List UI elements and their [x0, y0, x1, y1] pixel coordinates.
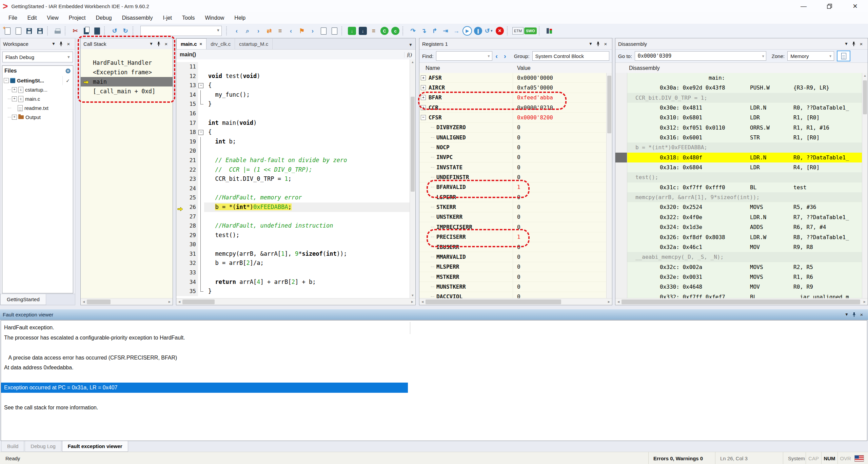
code-line-32[interactable]: 32 b = arrB[2]/a; [176, 258, 410, 268]
flash-list-icon[interactable]: ≡ [369, 26, 379, 36]
find-next-icon[interactable]: › [253, 26, 263, 36]
download-icon[interactable]: ↓ [347, 26, 357, 36]
function-list-icon[interactable]: f() [404, 52, 412, 58]
disasm-instruction[interactable]: 0x32c: 0x002aMOVSR2, R5 [627, 262, 862, 272]
group-selector[interactable]: System Control Block [532, 51, 609, 61]
disasm-instruction[interactable]: 0x31a: 0x6804LDRR4, [R0] [627, 162, 862, 172]
code-line-11[interactable]: 11 [176, 62, 410, 72]
tab-gettingstarted[interactable]: GettingStarted [0, 294, 46, 305]
disasm-source-line[interactable]: test(); [627, 172, 862, 182]
output-tab-build[interactable]: Build [1, 441, 24, 452]
menu-item-disassembly[interactable]: Disassembly [117, 12, 158, 24]
code-line-23[interactable]: 23 CCR_bit.DIV_0_TRP = 1; [176, 174, 410, 184]
dropdown-icon[interactable]: ▼ [587, 41, 594, 46]
download-debug-icon[interactable]: ↓ [358, 26, 368, 36]
disasm-instruction[interactable]: 0x32e: 0x0031MOVSR1, R6 [627, 272, 862, 282]
output-tab-debug-log[interactable]: Debug Log [25, 441, 61, 452]
disasm-instruction[interactable]: 0x330: 0x4648MOVR0, R9 [627, 282, 862, 292]
tab-cstartup_M-c[interactable]: cstartup_M.c [235, 39, 273, 49]
step-into-icon[interactable]: ↴ [419, 26, 429, 36]
registers-hscrollbar[interactable]: ◄ ► [419, 298, 612, 305]
open-file-icon[interactable] [13, 26, 23, 36]
disasm-instruction[interactable]: 0x316: 0x6001STRR1, [R0] [627, 133, 862, 142]
expand-icon[interactable]: + [12, 87, 17, 92]
stop-icon[interactable]: × [495, 26, 505, 36]
pin-icon[interactable] [850, 312, 858, 317]
tab-drv_clk-c[interactable]: drv_clk.c [206, 39, 235, 49]
column-name[interactable]: Name [419, 65, 513, 71]
code-line-34[interactable]: 34 return arrA[4] + arrB[2] + b; [176, 277, 410, 287]
fold-collapse-icon[interactable]: − [198, 83, 203, 88]
register-row-unaligned[interactable]: UNALIGNED0 [419, 133, 606, 142]
undo-icon[interactable]: ↺ [110, 26, 120, 36]
register-row-preciserr[interactable]: PRECISERR1 [419, 232, 606, 242]
scroll-left-icon[interactable]: ◄ [81, 300, 87, 304]
prev-bookmark-icon[interactable]: ‹ [286, 26, 296, 36]
code-line-17[interactable]: 17int main(void) [176, 118, 410, 128]
code-line-27[interactable]: 27 [176, 212, 410, 221]
tree-item-output[interactable]: +Output [2, 113, 73, 122]
expand-icon[interactable]: − [421, 115, 426, 120]
disasm-instruction[interactable]: 0x30a: 0xe92d 0x43f8PUSH.W{R3-R9, LR} [627, 83, 862, 93]
register-row-daccviol[interactable]: DACCVIOL0 [419, 292, 606, 298]
disasm-instruction[interactable]: 0x312: 0xf051 0x0110ORRS.WR1, R1, #16 [627, 123, 862, 133]
disasm-instruction[interactable]: 0x318: 0x480fLDR.NR0, ??DataTable1_ [627, 153, 862, 162]
register-row-undefinstr[interactable]: UNDEFINSTR0 [419, 172, 606, 182]
expand-icon[interactable]: + [12, 115, 17, 120]
zone-selector[interactable]: Memory▼ [787, 51, 834, 61]
scroll-right-icon[interactable]: ► [409, 300, 415, 304]
tree-item-gettingst[interactable]: −GettingSt...✓ [2, 76, 73, 85]
pin-icon[interactable] [57, 42, 65, 46]
make-icon[interactable]: c [390, 26, 400, 36]
close-icon[interactable]: × [858, 312, 865, 317]
scroll-left-icon[interactable]: ◄ [615, 300, 622, 304]
scroll-left-icon[interactable]: ◄ [176, 300, 182, 304]
break-icon[interactable]: ∥ [473, 26, 483, 36]
close-icon[interactable]: × [65, 41, 72, 47]
tree-item-readmetxt[interactable]: readme.txt [2, 103, 73, 113]
run-to-cursor-icon[interactable]: → [451, 26, 461, 36]
disasm-source-line[interactable]: __aeabi_memcpy(_D, _S, _N); [627, 252, 862, 262]
pin-icon[interactable] [850, 42, 857, 46]
fold-column[interactable]: − [198, 128, 204, 137]
register-row-stkerr[interactable]: STKERR0 [419, 202, 606, 212]
memory-config-icon[interactable] [544, 26, 554, 36]
config-selector[interactable]: Flash Debug ▼ [2, 52, 73, 62]
dropdown-icon[interactable]: ▼ [843, 312, 850, 317]
code-line-31[interactable]: 31 memcpy(arrB, &arrA[1], 9*sizeof(int))… [176, 249, 410, 259]
register-row-bfar[interactable]: +BFAR0xfeed'abba [419, 93, 606, 103]
column-value[interactable]: Value [513, 65, 531, 71]
call-stack-frame[interactable]: <Exception frame> [81, 67, 173, 77]
code-line-12[interactable]: 12void test(void) [176, 72, 410, 81]
register-row-invpc[interactable]: INVPC0 [419, 153, 606, 162]
menu-item-debug[interactable]: Debug [91, 12, 117, 24]
code-line-28[interactable]: 28 //HardFault, undefined instruction [176, 221, 410, 231]
code-line-15[interactable]: 15} [176, 99, 410, 109]
next-doc-icon[interactable] [329, 26, 339, 36]
register-row-munstkerr[interactable]: MUNSTKERR0 [419, 282, 606, 292]
register-row-mstkerr[interactable]: MSTKERR0 [419, 272, 606, 282]
copy-icon[interactable] [81, 26, 91, 36]
expand-icon[interactable]: + [421, 85, 426, 90]
register-row-mlsperr[interactable]: MLSPERR0 [419, 262, 606, 272]
code-line-26[interactable]: 26 b = *(int*)0xFEEDABBA; [176, 202, 410, 212]
expand-icon[interactable]: + [421, 75, 426, 80]
close-icon[interactable]: × [200, 41, 202, 46]
next-statement-icon[interactable]: ⇥ [440, 26, 451, 36]
code-line-14[interactable]: 14 my_func(); [176, 90, 410, 100]
bookmark-icon[interactable]: ⚑ [297, 26, 307, 36]
tab-list-icon[interactable]: ▼ [409, 42, 415, 49]
code-line-16[interactable]: 16 [176, 109, 410, 118]
call-stack-hscrollbar[interactable]: ◄ ► [81, 298, 173, 305]
find-previous-icon[interactable]: ‹ [232, 26, 242, 36]
keyboard-layout-flag-icon[interactable] [854, 455, 864, 462]
code-line-20[interactable]: 20 [176, 146, 410, 156]
close-icon[interactable]: × [602, 41, 609, 47]
scroll-right-icon[interactable]: ► [166, 300, 173, 304]
new-document-icon[interactable] [2, 26, 13, 36]
register-row-divbyzero[interactable]: DIVBYZERO0 [419, 123, 606, 133]
find-previous-icon[interactable]: ‹ [492, 52, 501, 60]
register-row-nocp[interactable]: NOCP0 [419, 142, 606, 152]
disasm-instruction[interactable]: 0x310: 0x6801LDRR1, [R0] [627, 113, 862, 122]
expand-icon[interactable]: + [421, 95, 426, 100]
